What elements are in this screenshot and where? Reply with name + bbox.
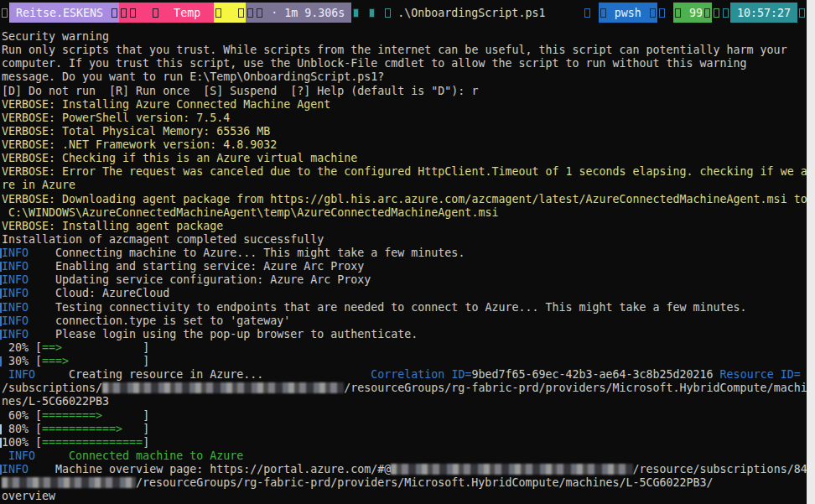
terminal-line: VERBOSE: .NET Framework version: 4.8.903… [2, 138, 807, 152]
terminal-text: ] [143, 436, 149, 449]
terminal-text: VERBOSE: Downloading agent package from … [2, 193, 807, 205]
terminal-text: 60% [ [2, 409, 42, 422]
status-bar: Reitse.ESKENS Temp · 1m 9.306s .\Onboard… [0, 2, 807, 23]
nerd-glyph-icon [675, 8, 681, 18]
line-edge-mark [0, 303, 2, 313]
terminal-line: INFO Machine overview page: https://port… [2, 463, 807, 476]
terminal-text: 100% [ [2, 436, 42, 449]
terminal-text: re in Azure [2, 179, 75, 191]
terminal-line: 20% [==> ] [2, 341, 807, 355]
terminal-line: 100% [===============] [2, 436, 807, 449]
status-text: 99 [683, 7, 703, 19]
terminal-text: INFO [2, 260, 29, 273]
terminal-text: [D] Do not run [R] Run once [S] Suspend … [2, 85, 478, 97]
terminal-text: Enabling and starting service: Azure Arc… [29, 260, 364, 273]
terminal-text: =============== [42, 436, 143, 449]
terminal-line: re in Azure [2, 179, 807, 192]
terminal-line: VERBOSE: PowerShell version: 7.5.4 [2, 112, 807, 125]
terminal-text: Correlation ID= [371, 368, 471, 381]
terminal-text: Resource ID= [720, 368, 801, 381]
status-text [361, 7, 367, 19]
nerd-glyph-icon [238, 8, 244, 18]
line-edge-mark [0, 465, 2, 475]
terminal-line: nes/L-5CG6022PB3 [2, 395, 807, 408]
nerd-glyph-icon [659, 8, 665, 18]
nerd-glyph-icon [112, 8, 117, 18]
terminal-text: Connecting machine to Azure... This migh… [29, 247, 465, 259]
line-edge-mark [0, 356, 2, 366]
terminal-text: 20% [ [2, 341, 42, 354]
terminal-line: INFO connection.type is set to 'gateway' [2, 314, 807, 328]
status-text [223, 7, 236, 19]
status-text: Temp [160, 7, 214, 19]
terminal-text: /resourceGroups/rg-fabric-prd/providers/… [136, 476, 713, 489]
terminal-line: 80% [===========> ] [2, 423, 807, 436]
terminal-text: /resourceGroups/rg-fabric-prd/providers/… [344, 382, 807, 394]
terminal-text: ] [102, 409, 149, 422]
terminal-text: VERBOSE: .NET Framework version: 4.8.903… [2, 138, 277, 151]
terminal-text: VERBOSE: Error The request was canceled … [2, 165, 807, 178]
terminal-text: Connected machine to Azure [69, 449, 243, 462]
terminal-output[interactable]: Security warningRun only scripts that yo… [2, 30, 807, 503]
terminal-line: /subscriptions//resourceGroups/rg-fabric… [2, 382, 807, 395]
terminal-text [35, 449, 69, 462]
terminal-text: ] [122, 423, 149, 435]
terminal-text: computer. If you trust this script, use … [2, 57, 747, 70]
terminal-text: Creating resource in Azure... [35, 368, 371, 381]
window-title: .\OnboardingScript.ps1 [397, 7, 545, 19]
terminal-text: INFO [2, 314, 29, 327]
redacted-text [102, 382, 344, 393]
terminal-line: Installation of azcmagent completed succ… [2, 233, 807, 247]
terminal-line: [D] Do not run [R] Run once [S] Suspend … [2, 85, 807, 98]
terminal-line: INFO Testing connectivity to endpoints t… [2, 301, 807, 314]
terminal-glyph [0, 3, 9, 23]
terminal-text: ] [69, 355, 149, 367]
redacted-text [391, 464, 632, 475]
line-edge-mark [0, 262, 2, 272]
status-text: · 1m 9.306s [264, 7, 351, 19]
status-text: pwsh [608, 7, 648, 19]
terminal-text: INFO [2, 449, 35, 462]
terminal-line: Run only scripts that you trust. While s… [2, 44, 807, 57]
terminal-text: connection.type is set to 'gateway' [29, 314, 290, 327]
terminal-line: INFO Creating resource in Azure... Corre… [2, 368, 807, 382]
nerd-glyph-icon [650, 8, 656, 18]
terminal-text: INFO [2, 287, 29, 299]
line-edge-mark [0, 424, 2, 434]
terminal-text: INFO [2, 463, 29, 475]
terminal-text: ===========> [42, 423, 122, 435]
terminal-text: VERBOSE: Installing agent package [2, 220, 223, 232]
scrollbar[interactable] [807, 0, 815, 504]
line-edge-mark [0, 438, 2, 448]
terminal-text: INFO [2, 247, 29, 259]
terminal-text: VERBOSE: Checking if this is an Azure vi… [2, 152, 357, 164]
terminal-text: Installation of azcmagent completed succ… [2, 233, 324, 246]
terminal-line: INFO Cloud: AzureCloud [2, 287, 807, 300]
terminal-line: INFO Updating service configuration: Azu… [2, 273, 807, 287]
status-text [592, 7, 599, 19]
duration-segment: · 1m 9.306s [246, 3, 351, 23]
terminal-text: ==> [42, 341, 62, 354]
terminal-line: INFO Enabling and starting service: Azur… [2, 260, 807, 273]
terminal-line: overview [2, 490, 807, 503]
nerd-glyph-icon [799, 8, 805, 18]
end-glyph [797, 3, 807, 23]
terminal-line: Security warning [2, 30, 807, 44]
terminal-text: nes/L-5CG6022PB3 [2, 395, 109, 408]
path-segment: Temp [119, 3, 214, 23]
terminal-text: ] [62, 341, 149, 354]
terminal-line: INFO Connected machine to Azure [2, 449, 807, 463]
terminal-text: message. Do you want to run E:\Temp\Onbo… [2, 70, 384, 83]
nerd-glyph-icon [704, 8, 710, 18]
terminal-text: Updating service configuration: Azure Ar… [29, 273, 371, 286]
terminal-line: VERBOSE: Downloading agent package from … [2, 193, 807, 206]
user-segment: Reitse.ESKENS [9, 3, 119, 23]
terminal-text: Security warning [2, 30, 109, 43]
status-text: 10:57:27 [730, 7, 797, 19]
nerd-glyph-icon [600, 8, 606, 18]
terminal-line: VERBOSE: Installing agent package [2, 220, 807, 233]
nerd-glyph-icon [215, 8, 221, 18]
nerd-glyph-icon [130, 8, 136, 18]
terminal-line: 30% [===> ] [2, 355, 807, 368]
terminal-text: ===> [42, 355, 69, 367]
